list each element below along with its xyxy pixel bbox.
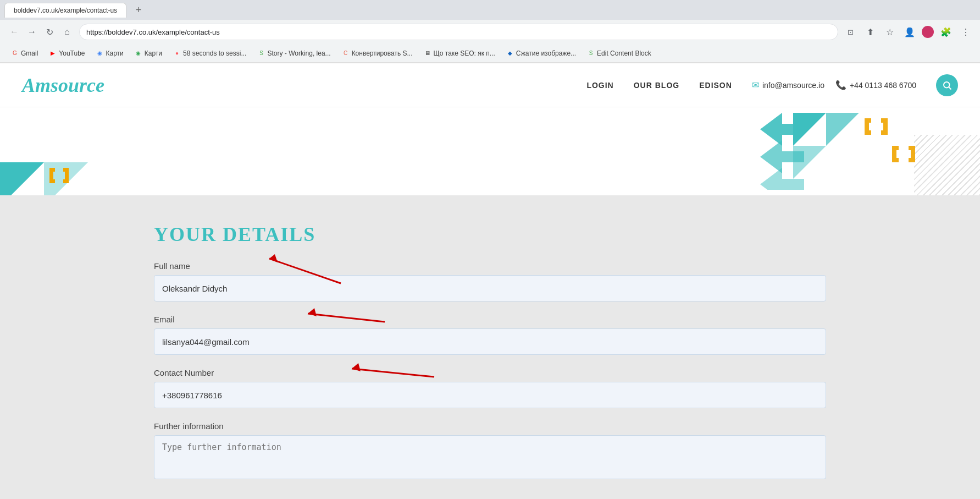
maps-icon-1: ◉ [96, 50, 104, 57]
menu-button[interactable]: ⋮ [958, 24, 973, 40]
form-section-title: YOUR DETAILS [154, 223, 826, 246]
full-name-input[interactable] [154, 275, 826, 301]
main-content: YOUR DETAILS Full name Email Contact Num… [0, 195, 980, 499]
hero-section [0, 107, 980, 195]
blog-link[interactable]: OUR BLOG [634, 81, 679, 90]
search-button[interactable] [936, 74, 958, 96]
bookmark-compress[interactable]: ◆ Сжатие изображе... [502, 48, 580, 59]
edit-content-icon: S [587, 50, 595, 57]
edison-link[interactable]: EDISON [699, 81, 732, 90]
bookmark-session[interactable]: ● 58 seconds to sessi... [169, 48, 251, 59]
nav-links: LOGIN OUR BLOG EDISON ✉ info@amsource.io… [586, 74, 958, 96]
gmail-icon: G [11, 50, 19, 57]
svg-line-1 [949, 87, 951, 89]
geometric-shapes-left [0, 162, 99, 195]
bookmarks-bar: G Gmail ▶ YouTube ◉ Карти ◉ Карти ● 58 s… [0, 44, 980, 63]
svg-marker-3 [826, 113, 859, 146]
bookmark-story[interactable]: S Story - Working, lea... [253, 48, 335, 59]
extensions-button[interactable]: 🧩 [938, 24, 954, 40]
bookmark-button[interactable]: ☆ [882, 24, 898, 40]
further-info-group: Further information [154, 421, 826, 481]
email-group: Email [154, 315, 826, 355]
forward-button[interactable]: → [24, 24, 40, 40]
phone-icon: 📞 [835, 80, 846, 90]
svg-rect-19 [909, 158, 915, 162]
bookmark-maps1[interactable]: ◉ Карти [92, 48, 128, 59]
contact-number-label: Contact Number [154, 368, 826, 377]
address-bar[interactable] [79, 24, 838, 40]
color-picker[interactable] [922, 26, 934, 38]
nav-controls: ← → ↻ ⌂ [7, 24, 75, 40]
nav-email[interactable]: ✉ info@amsource.io [752, 80, 824, 90]
full-name-label: Full name [154, 261, 826, 271]
home-button[interactable]: ⌂ [59, 24, 75, 40]
bookmark-convert[interactable]: C Конвертировать S... [337, 48, 417, 59]
compress-icon: ◆ [506, 50, 514, 57]
back-button[interactable]: ← [7, 24, 22, 40]
login-link[interactable]: LOGIN [586, 81, 613, 90]
bookmark-gmail[interactable]: G Gmail [7, 48, 42, 59]
full-name-group: Full name [154, 261, 826, 301]
contact-number-input[interactable] [154, 382, 826, 408]
svg-rect-12 [865, 130, 871, 135]
email-icon: ✉ [752, 80, 759, 90]
contact-number-group: Contact Number [154, 368, 826, 408]
youtube-icon: ▶ [49, 50, 57, 57]
tab-bar: bolddev7.co.uk/example/contact-us + [0, 0, 980, 20]
reload-button[interactable]: ↻ [42, 24, 57, 40]
svg-marker-20 [0, 162, 44, 195]
svg-rect-27 [49, 179, 55, 183]
new-tab-button[interactable]: + [131, 2, 146, 18]
svg-rect-28 [63, 179, 69, 183]
further-info-textarea[interactable] [154, 435, 826, 479]
bookmark-youtube[interactable]: ▶ YouTube [45, 48, 89, 59]
maps-icon-2: ◉ [135, 50, 142, 57]
session-icon: ● [173, 50, 181, 57]
further-info-label: Further information [154, 421, 826, 431]
site-logo[interactable]: Amsource [22, 74, 104, 97]
email-label: Email [154, 315, 826, 324]
convert-icon: C [342, 50, 350, 57]
share-button[interactable]: ⬆ [862, 24, 878, 40]
bookmark-maps2[interactable]: ◉ Карти [130, 48, 167, 59]
svg-rect-18 [892, 158, 899, 162]
nav-phone[interactable]: 📞 +44 0113 468 6700 [835, 80, 916, 90]
nav-bar: ← → ↻ ⌂ ⊡ ⬆ ☆ 👤 🧩 ⋮ [0, 20, 980, 44]
search-icon [942, 80, 952, 90]
story-icon: S [257, 50, 265, 57]
browser-chrome: bolddev7.co.uk/example/contact-us + ← → … [0, 0, 980, 63]
email-input[interactable] [154, 328, 826, 355]
cast-button[interactable]: ⊡ [843, 24, 858, 40]
svg-rect-13 [881, 130, 888, 135]
svg-point-0 [944, 82, 950, 88]
geometric-shapes-right [760, 113, 936, 190]
active-tab[interactable]: bolddev7.co.uk/example/contact-us [4, 3, 126, 18]
profile-button[interactable]: 👤 [902, 24, 917, 40]
seo-icon: 🖥 [424, 50, 431, 57]
bookmark-seo[interactable]: 🖥 Що таке SEO: як п... [419, 48, 500, 59]
bookmark-edit-content[interactable]: S Edit Content Block [583, 48, 656, 59]
site-header: Amsource LOGIN OUR BLOG EDISON ✉ info@am… [0, 63, 980, 107]
nav-contact: ✉ info@amsource.io 📞 +44 0113 468 6700 [752, 80, 916, 90]
